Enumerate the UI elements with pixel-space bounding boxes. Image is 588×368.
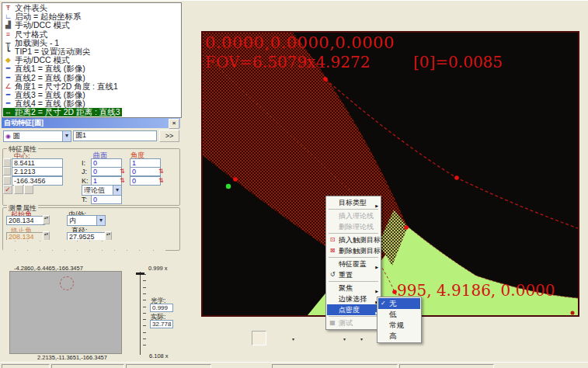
perpendicular-icon[interactable] [183, 104, 196, 114]
expand-button[interactable]: >> [159, 130, 179, 142]
grid-icon[interactable] [183, 3, 196, 13]
feature-name-field[interactable]: 圆1 [73, 130, 157, 141]
center-mode-icon[interactable] [40, 240, 52, 252]
center-coordinate-field[interactable]: -166.3456 [12, 176, 63, 186]
start-angle-field[interactable]: 208.134 [6, 216, 45, 225]
context-menu-item[interactable]: ▦ 测试 [327, 318, 380, 328]
measurement-view[interactable]: 0.0000,0.0000,0.0000 FOV=6.5079x4.9272 [… [201, 31, 579, 317]
submenu-item[interactable]: 常规 [378, 320, 420, 331]
context-menu-item[interactable]: 特征覆盖 [327, 259, 380, 269]
tree-item[interactable]: ↔ 距离2 = 尺寸 2D 距离 : 直线3 [3, 108, 122, 116]
goblet-icon[interactable] [303, 331, 318, 345]
profile-icon[interactable] [183, 124, 196, 134]
wedge-icon[interactable] [269, 331, 284, 345]
view-normal-icon[interactable] [78, 240, 89, 252]
line-icon[interactable] [183, 84, 196, 94]
context-menu-item[interactable]: ⊠ 删除触测目标 [327, 245, 380, 256]
slot-icon[interactable] [183, 94, 196, 104]
vector-field-1[interactable]: 1 [91, 176, 122, 186]
measure-point[interactable] [233, 177, 238, 182]
box-mode-icon[interactable] [65, 240, 77, 252]
grid-icon[interactable] [115, 240, 127, 252]
submenu-item[interactable]: 高 [378, 331, 420, 342]
feature-type-dropdown[interactable]: ◉ 圆 [3, 130, 71, 142]
t-field[interactable]: 0 [91, 195, 122, 204]
arc-down-icon[interactable] [183, 154, 196, 165]
lasso-icon[interactable] [154, 240, 165, 252]
iris-icon[interactable] [31, 252, 44, 265]
circle-icon[interactable] [183, 64, 196, 74]
gain-icon[interactable] [16, 252, 30, 265]
arc-up-icon[interactable] [183, 144, 196, 154]
context-menu-item[interactable]: 聚焦 [327, 283, 380, 293]
center-coordinate-field[interactable]: 8.5411 [12, 158, 63, 168]
inout-dropdown[interactable]: 内 [67, 215, 106, 226]
theo-value-dropdown[interactable]: 理论值 [82, 185, 122, 196]
context-menu-item[interactable]: 点密度 [327, 304, 380, 315]
concentric-circle-icon[interactable] [183, 43, 196, 54]
vector-field-1[interactable]: 0 [91, 167, 122, 176]
magnifier-icon[interactable] [46, 252, 59, 265]
zoom-icon[interactable] [286, 331, 301, 345]
vector-icon[interactable] [53, 240, 64, 252]
angle2-icon[interactable] [183, 165, 196, 175]
target-icon[interactable] [90, 252, 103, 265]
edge-mode-icon[interactable] [28, 240, 40, 252]
distance-icon[interactable] [183, 23, 196, 33]
axis-lock-button[interactable] [3, 158, 11, 167]
context-menu-item[interactable]: 边缘选择 [327, 293, 380, 304]
close-icon[interactable]: × [169, 119, 179, 129]
dialog-titlebar[interactable]: 自动特征[圆] × [2, 118, 180, 128]
camera-icon[interactable] [217, 331, 232, 345]
magnet-icon[interactable] [200, 331, 215, 345]
tree-item[interactable]: ━ 直线2 = 直线 (影像) [3, 74, 87, 82]
bulb-icon[interactable] [320, 331, 335, 345]
context-menu-item[interactable]: 删除理论线 [327, 221, 380, 232]
probe-icon[interactable] [75, 252, 89, 265]
slash-icon[interactable] [183, 134, 196, 144]
vector-spinner-icon[interactable]: ⇅ [120, 176, 125, 185]
select-arrow-icon[interactable] [141, 240, 153, 252]
vector-field-2[interactable]: 0 [130, 176, 161, 186]
dot-icon[interactable] [183, 175, 196, 185]
measure-point[interactable] [454, 175, 459, 180]
optical-field[interactable]: 0.999 [150, 304, 173, 312]
axis-lock-button[interactable] [3, 176, 11, 185]
parallel-icon[interactable] [183, 114, 196, 124]
snap-icon[interactable] [103, 240, 114, 252]
vector-spinner-icon[interactable]: ⇅ [120, 167, 125, 175]
confirm-check-button[interactable]: ✓ [3, 185, 12, 194]
measure-point[interactable] [404, 225, 409, 230]
plane-icon[interactable] [183, 185, 196, 195]
zoom-slider-track[interactable] [140, 272, 141, 355]
exposure-icon[interactable] [2, 252, 15, 265]
vector-spinner-icon-2[interactable]: ⇅ [158, 167, 164, 175]
web-icon[interactable] [354, 331, 369, 345]
tree-item[interactable]: ━ 直线1 = 直线 (影像) [3, 64, 87, 73]
vector-field-2[interactable]: 1 [130, 158, 161, 168]
submenu-item[interactable]: 低 [378, 309, 420, 320]
circle-target-icon[interactable] [252, 331, 266, 345]
measure-point[interactable] [323, 77, 328, 82]
view-flip-icon[interactable] [90, 240, 102, 252]
actual-field[interactable]: 32.778 [150, 320, 173, 328]
camera-preview[interactable] [9, 271, 122, 354]
vector-field-1[interactable]: 0 [91, 158, 122, 168]
zoom-slider-handle[interactable] [136, 273, 144, 275]
execute-icon[interactable] [3, 240, 15, 252]
measure-point[interactable] [392, 290, 397, 294]
center-coordinate-field[interactable]: 2.1213 [12, 167, 63, 176]
vector-spinner-icon-2[interactable]: ⇅ [158, 176, 164, 185]
feature-tree[interactable]: Ŧ 文件表头 ∟ 启动 = 起始坐标系 ▟ 手动/DCC 模式 ≡ 尺寸格式 ╥… [2, 2, 182, 118]
lamp-icon[interactable] [61, 252, 74, 265]
curve-icon[interactable] [183, 74, 196, 84]
context-menu-item[interactable]: ↺ 重置 [327, 269, 380, 280]
constraint-button-1[interactable] [14, 185, 23, 194]
circle-dot-icon[interactable] [183, 54, 196, 64]
vector-field-2[interactable]: 0 [130, 167, 161, 176]
pointer-icon[interactable] [105, 252, 118, 265]
level-icon[interactable] [337, 331, 352, 345]
context-menu-item[interactable]: ⊡ 插入触测目标 [327, 234, 380, 245]
edge-select-icon[interactable] [235, 331, 249, 345]
context-menu-item[interactable]: 插入理论线 [327, 210, 380, 221]
